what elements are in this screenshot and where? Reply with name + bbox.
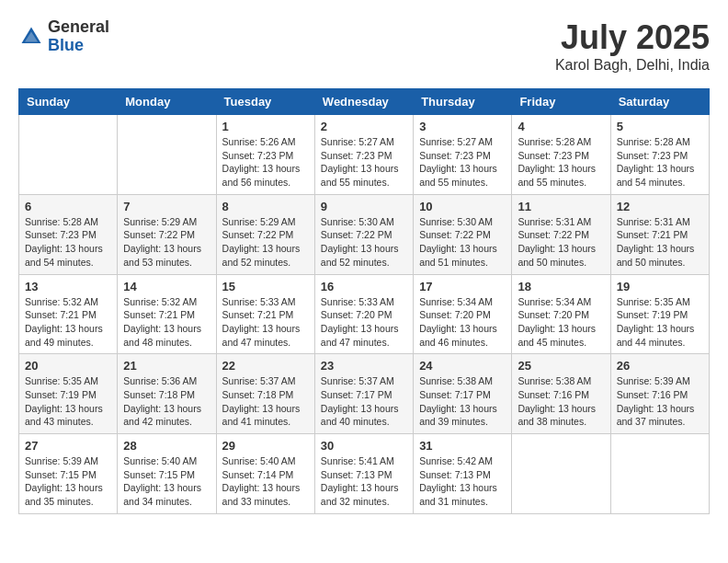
day-number: 13 [25, 280, 111, 293]
days-header-row: SundayMondayTuesdayWednesdayThursdayFrid… [19, 89, 710, 115]
day-header-friday: Friday [512, 89, 610, 115]
month-year: July 2025 [555, 18, 710, 57]
day-info: Sunrise: 5:40 AM Sunset: 7:14 PM Dayligh… [222, 454, 309, 509]
day-info: Sunrise: 5:28 AM Sunset: 7:23 PM Dayligh… [25, 215, 111, 270]
calendar-cell: 7Sunrise: 5:29 AM Sunset: 7:22 PM Daylig… [118, 194, 216, 274]
logo: General Blue [18, 18, 109, 55]
calendar-cell: 22Sunrise: 5:37 AM Sunset: 7:18 PM Dayli… [216, 354, 314, 434]
logo-text: General Blue [48, 18, 109, 55]
day-number: 1 [222, 120, 309, 133]
calendar-week-row: 20Sunrise: 5:35 AM Sunset: 7:19 PM Dayli… [19, 354, 710, 434]
day-info: Sunrise: 5:39 AM Sunset: 7:15 PM Dayligh… [25, 454, 111, 509]
day-info: Sunrise: 5:26 AM Sunset: 7:23 PM Dayligh… [222, 135, 309, 190]
calendar-cell: 11Sunrise: 5:31 AM Sunset: 7:22 PM Dayli… [512, 194, 610, 274]
calendar-cell: 23Sunrise: 5:37 AM Sunset: 7:17 PM Dayli… [314, 354, 413, 434]
calendar-cell: 4Sunrise: 5:28 AM Sunset: 7:23 PM Daylig… [512, 115, 610, 195]
day-number: 8 [222, 200, 309, 213]
calendar-cell: 10Sunrise: 5:30 AM Sunset: 7:22 PM Dayli… [414, 194, 512, 274]
page-header: General Blue July 2025 Karol Bagh, Delhi… [18, 18, 710, 74]
day-number: 27 [25, 439, 111, 453]
day-number: 28 [123, 439, 210, 453]
calendar-header: SundayMondayTuesdayWednesdayThursdayFrid… [19, 89, 710, 115]
calendar-cell: 8Sunrise: 5:29 AM Sunset: 7:22 PM Daylig… [216, 194, 314, 274]
calendar-cell: 30Sunrise: 5:41 AM Sunset: 7:13 PM Dayli… [314, 434, 413, 514]
day-info: Sunrise: 5:42 AM Sunset: 7:13 PM Dayligh… [419, 454, 506, 509]
day-info: Sunrise: 5:37 AM Sunset: 7:17 PM Dayligh… [321, 374, 407, 429]
day-info: Sunrise: 5:27 AM Sunset: 7:23 PM Dayligh… [419, 135, 506, 190]
calendar-week-row: 27Sunrise: 5:39 AM Sunset: 7:15 PM Dayli… [19, 434, 710, 514]
day-number: 4 [518, 120, 604, 133]
day-info: Sunrise: 5:33 AM Sunset: 7:20 PM Dayligh… [321, 295, 407, 350]
day-info: Sunrise: 5:28 AM Sunset: 7:23 PM Dayligh… [518, 135, 604, 190]
calendar-week-row: 1Sunrise: 5:26 AM Sunset: 7:23 PM Daylig… [19, 115, 710, 195]
day-info: Sunrise: 5:41 AM Sunset: 7:13 PM Dayligh… [321, 454, 407, 509]
day-number: 17 [419, 280, 506, 293]
calendar-cell: 13Sunrise: 5:32 AM Sunset: 7:21 PM Dayli… [19, 274, 118, 354]
day-info: Sunrise: 5:34 AM Sunset: 7:20 PM Dayligh… [518, 295, 604, 350]
calendar-cell: 25Sunrise: 5:38 AM Sunset: 7:16 PM Dayli… [512, 354, 610, 434]
calendar-cell: 16Sunrise: 5:33 AM Sunset: 7:20 PM Dayli… [314, 274, 413, 354]
calendar-cell [19, 115, 118, 195]
day-number: 20 [25, 359, 111, 373]
day-info: Sunrise: 5:35 AM Sunset: 7:19 PM Dayligh… [25, 374, 111, 429]
day-info: Sunrise: 5:28 AM Sunset: 7:23 PM Dayligh… [617, 135, 703, 190]
day-number: 18 [518, 280, 604, 293]
calendar-cell: 12Sunrise: 5:31 AM Sunset: 7:21 PM Dayli… [610, 194, 709, 274]
day-number: 26 [617, 359, 703, 373]
day-number: 22 [222, 359, 309, 373]
day-number: 14 [123, 280, 210, 293]
day-number: 16 [321, 280, 407, 293]
calendar-cell: 20Sunrise: 5:35 AM Sunset: 7:19 PM Dayli… [19, 354, 118, 434]
day-number: 25 [518, 359, 604, 373]
calendar-cell: 24Sunrise: 5:38 AM Sunset: 7:17 PM Dayli… [414, 354, 512, 434]
day-info: Sunrise: 5:31 AM Sunset: 7:22 PM Dayligh… [518, 215, 604, 270]
calendar-cell: 18Sunrise: 5:34 AM Sunset: 7:20 PM Dayli… [512, 274, 610, 354]
location: Karol Bagh, Delhi, India [555, 57, 710, 74]
day-info: Sunrise: 5:29 AM Sunset: 7:22 PM Dayligh… [222, 215, 309, 270]
calendar-cell: 6Sunrise: 5:28 AM Sunset: 7:23 PM Daylig… [19, 194, 118, 274]
day-number: 11 [518, 200, 604, 213]
calendar-cell: 3Sunrise: 5:27 AM Sunset: 7:23 PM Daylig… [414, 115, 512, 195]
calendar-week-row: 13Sunrise: 5:32 AM Sunset: 7:21 PM Dayli… [19, 274, 710, 354]
calendar-week-row: 6Sunrise: 5:28 AM Sunset: 7:23 PM Daylig… [19, 194, 710, 274]
calendar-cell: 2Sunrise: 5:27 AM Sunset: 7:23 PM Daylig… [314, 115, 413, 195]
day-info: Sunrise: 5:30 AM Sunset: 7:22 PM Dayligh… [321, 215, 407, 270]
day-header-saturday: Saturday [610, 89, 709, 115]
calendar-cell: 28Sunrise: 5:40 AM Sunset: 7:15 PM Dayli… [118, 434, 216, 514]
calendar-cell: 31Sunrise: 5:42 AM Sunset: 7:13 PM Dayli… [414, 434, 512, 514]
logo-general: General [48, 18, 109, 37]
calendar-cell: 17Sunrise: 5:34 AM Sunset: 7:20 PM Dayli… [414, 274, 512, 354]
day-info: Sunrise: 5:34 AM Sunset: 7:20 PM Dayligh… [419, 295, 506, 350]
day-header-sunday: Sunday [19, 89, 118, 115]
calendar-cell: 26Sunrise: 5:39 AM Sunset: 7:16 PM Dayli… [610, 354, 709, 434]
logo-blue: Blue [48, 37, 109, 55]
day-info: Sunrise: 5:40 AM Sunset: 7:15 PM Dayligh… [123, 454, 210, 509]
calendar-cell [118, 115, 216, 195]
day-number: 24 [419, 359, 506, 373]
day-info: Sunrise: 5:37 AM Sunset: 7:18 PM Dayligh… [222, 374, 309, 429]
day-info: Sunrise: 5:39 AM Sunset: 7:16 PM Dayligh… [617, 374, 703, 429]
day-info: Sunrise: 5:38 AM Sunset: 7:17 PM Dayligh… [419, 374, 506, 429]
calendar-cell [610, 434, 709, 514]
calendar-cell: 21Sunrise: 5:36 AM Sunset: 7:18 PM Dayli… [118, 354, 216, 434]
day-info: Sunrise: 5:36 AM Sunset: 7:18 PM Dayligh… [123, 374, 210, 429]
day-number: 9 [321, 200, 407, 213]
day-header-thursday: Thursday [414, 89, 512, 115]
day-number: 5 [617, 120, 703, 133]
day-number: 21 [123, 359, 210, 373]
title-block: July 2025 Karol Bagh, Delhi, India [555, 18, 710, 74]
day-number: 3 [419, 120, 506, 133]
calendar-cell: 29Sunrise: 5:40 AM Sunset: 7:14 PM Dayli… [216, 434, 314, 514]
day-number: 2 [321, 120, 407, 133]
day-info: Sunrise: 5:38 AM Sunset: 7:16 PM Dayligh… [518, 374, 604, 429]
calendar-cell: 27Sunrise: 5:39 AM Sunset: 7:15 PM Dayli… [19, 434, 118, 514]
day-info: Sunrise: 5:32 AM Sunset: 7:21 PM Dayligh… [25, 295, 111, 350]
day-info: Sunrise: 5:32 AM Sunset: 7:21 PM Dayligh… [123, 295, 210, 350]
calendar-cell: 19Sunrise: 5:35 AM Sunset: 7:19 PM Dayli… [610, 274, 709, 354]
day-number: 7 [123, 200, 210, 213]
day-info: Sunrise: 5:27 AM Sunset: 7:23 PM Dayligh… [321, 135, 407, 190]
calendar-body: 1Sunrise: 5:26 AM Sunset: 7:23 PM Daylig… [19, 115, 710, 514]
day-number: 19 [617, 280, 703, 293]
day-number: 10 [419, 200, 506, 213]
day-number: 6 [25, 200, 111, 213]
